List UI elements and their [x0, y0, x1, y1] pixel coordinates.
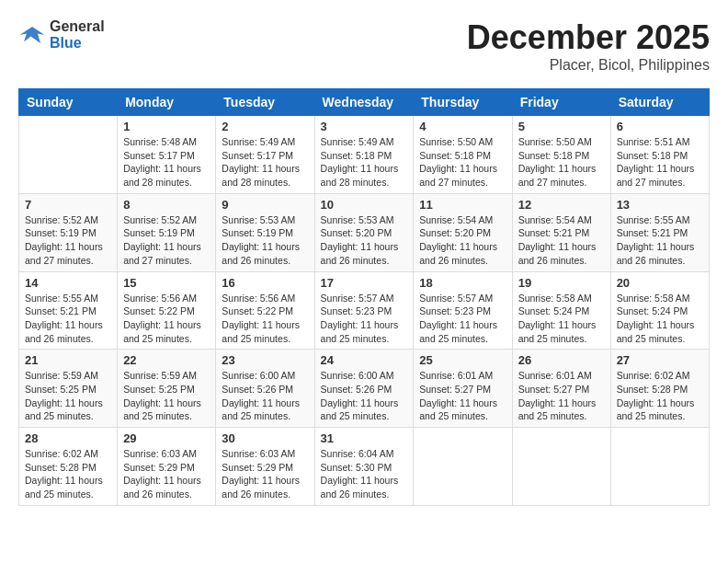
calendar-cell: 16Sunrise: 5:56 AMSunset: 5:22 PMDayligh… [216, 271, 314, 350]
day-number: 19 [518, 276, 605, 290]
day-number: 2 [222, 120, 308, 133]
logo: General Blue [18, 18, 105, 51]
day-number: 25 [419, 353, 506, 367]
calendar-week-4: 21Sunrise: 5:59 AMSunset: 5:25 PMDayligh… [19, 350, 710, 428]
day-info: Sunrise: 5:58 AMSunset: 5:24 PMDaylight:… [617, 292, 703, 346]
day-number: 4 [419, 120, 506, 133]
calendar-cell: 2Sunrise: 5:49 AMSunset: 5:17 PMDaylight… [216, 116, 314, 194]
calendar-cell: 18Sunrise: 5:57 AMSunset: 5:23 PMDayligh… [414, 271, 512, 350]
calendar-cell: 24Sunrise: 6:00 AMSunset: 5:26 PMDayligh… [314, 350, 414, 428]
calendar-cell: 20Sunrise: 5:58 AMSunset: 5:24 PMDayligh… [610, 271, 709, 350]
day-number: 6 [617, 120, 703, 133]
calendar-header-row: SundayMondayTuesdayWednesdayThursdayFrid… [19, 89, 710, 116]
calendar-weekday-sunday: Sunday [19, 89, 118, 116]
calendar-cell: 27Sunrise: 6:02 AMSunset: 5:28 PMDayligh… [610, 350, 709, 428]
day-number: 8 [123, 198, 210, 212]
day-info: Sunrise: 5:50 AMSunset: 5:18 PMDaylight:… [419, 135, 506, 190]
calendar-cell: 28Sunrise: 6:02 AMSunset: 5:28 PMDayligh… [19, 428, 118, 506]
day-number: 11 [419, 198, 506, 212]
calendar-week-3: 14Sunrise: 5:55 AMSunset: 5:21 PMDayligh… [19, 271, 710, 350]
day-info: Sunrise: 6:03 AMSunset: 5:29 PMDaylight:… [123, 447, 210, 501]
day-info: Sunrise: 6:02 AMSunset: 5:28 PMDaylight:… [25, 447, 111, 501]
day-number: 14 [25, 276, 111, 290]
day-info: Sunrise: 5:58 AMSunset: 5:24 PMDaylight:… [518, 292, 605, 346]
calendar-cell: 1Sunrise: 5:48 AMSunset: 5:17 PMDaylight… [118, 116, 216, 194]
day-info: Sunrise: 5:56 AMSunset: 5:22 PMDaylight:… [123, 292, 210, 346]
day-number: 10 [321, 198, 408, 212]
calendar-cell: 9Sunrise: 5:53 AMSunset: 5:19 PMDaylight… [216, 193, 314, 271]
calendar-cell: 22Sunrise: 5:59 AMSunset: 5:25 PMDayligh… [118, 350, 216, 428]
day-number: 28 [25, 431, 111, 445]
calendar-cell: 17Sunrise: 5:57 AMSunset: 5:23 PMDayligh… [314, 271, 414, 350]
calendar-cell: 30Sunrise: 6:03 AMSunset: 5:29 PMDayligh… [216, 428, 314, 506]
day-info: Sunrise: 6:01 AMSunset: 5:27 PMDaylight:… [419, 369, 506, 423]
logo-general: General [50, 18, 105, 35]
day-info: Sunrise: 5:53 AMSunset: 5:19 PMDaylight:… [222, 213, 308, 268]
calendar-cell [512, 428, 610, 506]
calendar-weekday-tuesday: Tuesday [216, 89, 314, 116]
day-number: 5 [518, 120, 605, 133]
day-info: Sunrise: 5:49 AMSunset: 5:18 PMDaylight:… [321, 135, 408, 190]
calendar-cell: 6Sunrise: 5:51 AMSunset: 5:18 PMDaylight… [610, 116, 709, 194]
calendar-cell: 12Sunrise: 5:54 AMSunset: 5:21 PMDayligh… [512, 193, 610, 271]
calendar-cell [610, 428, 709, 506]
calendar-week-2: 7Sunrise: 5:52 AMSunset: 5:19 PMDaylight… [19, 193, 710, 271]
day-info: Sunrise: 6:02 AMSunset: 5:28 PMDaylight:… [617, 369, 703, 423]
day-info: Sunrise: 5:56 AMSunset: 5:22 PMDaylight:… [222, 292, 308, 346]
day-number: 1 [123, 120, 210, 133]
calendar-cell [414, 428, 512, 506]
calendar-weekday-thursday: Thursday [414, 89, 512, 116]
day-info: Sunrise: 5:52 AMSunset: 5:19 PMDaylight:… [25, 213, 111, 268]
day-info: Sunrise: 5:50 AMSunset: 5:18 PMDaylight:… [518, 135, 605, 190]
day-number: 23 [222, 353, 308, 367]
day-info: Sunrise: 5:57 AMSunset: 5:23 PMDaylight:… [419, 292, 506, 346]
day-info: Sunrise: 5:59 AMSunset: 5:25 PMDaylight:… [123, 369, 210, 423]
calendar-weekday-saturday: Saturday [610, 89, 709, 116]
calendar-table: SundayMondayTuesdayWednesdayThursdayFrid… [18, 88, 710, 506]
calendar-cell: 26Sunrise: 6:01 AMSunset: 5:27 PMDayligh… [512, 350, 610, 428]
calendar-weekday-friday: Friday [512, 89, 610, 116]
calendar-cell: 14Sunrise: 5:55 AMSunset: 5:21 PMDayligh… [19, 271, 118, 350]
day-info: Sunrise: 5:52 AMSunset: 5:19 PMDaylight:… [123, 213, 210, 268]
calendar-cell: 25Sunrise: 6:01 AMSunset: 5:27 PMDayligh… [414, 350, 512, 428]
calendar-cell: 5Sunrise: 5:50 AMSunset: 5:18 PMDaylight… [512, 116, 610, 194]
day-info: Sunrise: 6:04 AMSunset: 5:30 PMDaylight:… [321, 447, 408, 501]
day-number: 27 [617, 353, 703, 367]
day-info: Sunrise: 5:55 AMSunset: 5:21 PMDaylight:… [617, 213, 703, 268]
calendar-week-5: 28Sunrise: 6:02 AMSunset: 5:28 PMDayligh… [19, 428, 710, 506]
month-title: December 2025 [467, 18, 710, 57]
day-info: Sunrise: 5:53 AMSunset: 5:20 PMDaylight:… [321, 213, 408, 268]
day-number: 16 [222, 276, 308, 290]
calendar-cell: 10Sunrise: 5:53 AMSunset: 5:20 PMDayligh… [314, 193, 414, 271]
calendar-cell: 11Sunrise: 5:54 AMSunset: 5:20 PMDayligh… [414, 193, 512, 271]
day-number: 26 [518, 353, 605, 367]
calendar-cell: 15Sunrise: 5:56 AMSunset: 5:22 PMDayligh… [118, 271, 216, 350]
day-info: Sunrise: 5:48 AMSunset: 5:17 PMDaylight:… [123, 135, 210, 190]
day-number: 17 [321, 276, 408, 290]
day-info: Sunrise: 5:54 AMSunset: 5:20 PMDaylight:… [419, 213, 506, 268]
day-info: Sunrise: 5:49 AMSunset: 5:17 PMDaylight:… [222, 135, 308, 190]
location: Placer, Bicol, Philippines [467, 57, 710, 74]
calendar-weekday-wednesday: Wednesday [314, 89, 414, 116]
day-info: Sunrise: 6:00 AMSunset: 5:26 PMDaylight:… [222, 369, 308, 423]
day-number: 12 [518, 198, 605, 212]
day-info: Sunrise: 6:00 AMSunset: 5:26 PMDaylight:… [321, 369, 408, 423]
svg-marker-0 [20, 27, 45, 43]
day-info: Sunrise: 6:03 AMSunset: 5:29 PMDaylight:… [222, 447, 308, 501]
calendar-cell: 23Sunrise: 6:00 AMSunset: 5:26 PMDayligh… [216, 350, 314, 428]
calendar-cell: 21Sunrise: 5:59 AMSunset: 5:25 PMDayligh… [19, 350, 118, 428]
calendar-week-1: 1Sunrise: 5:48 AMSunset: 5:17 PMDaylight… [19, 116, 710, 194]
title-block: December 2025 Placer, Bicol, Philippines [467, 18, 710, 74]
calendar-cell [19, 116, 118, 194]
calendar-cell: 8Sunrise: 5:52 AMSunset: 5:19 PMDaylight… [118, 193, 216, 271]
day-number: 13 [617, 198, 703, 212]
day-info: Sunrise: 5:57 AMSunset: 5:23 PMDaylight:… [321, 292, 408, 346]
day-number: 15 [123, 276, 210, 290]
calendar-cell: 13Sunrise: 5:55 AMSunset: 5:21 PMDayligh… [610, 193, 709, 271]
day-info: Sunrise: 5:59 AMSunset: 5:25 PMDaylight:… [25, 369, 111, 423]
day-number: 20 [617, 276, 703, 290]
day-info: Sunrise: 5:51 AMSunset: 5:18 PMDaylight:… [617, 135, 703, 190]
day-number: 24 [321, 353, 408, 367]
day-number: 3 [321, 120, 408, 133]
logo-blue: Blue [50, 35, 105, 52]
